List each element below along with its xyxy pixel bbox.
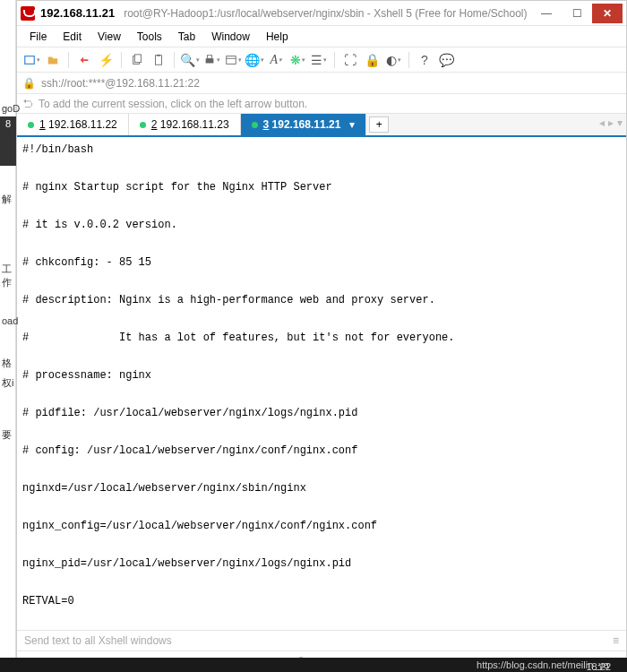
terminal-view[interactable]: #!/bin/bash # nginx Startup script for t… bbox=[17, 137, 626, 630]
menu-window[interactable]: Window bbox=[204, 29, 257, 45]
address-text: ssh://root:****@192.168.11.21:22 bbox=[41, 77, 200, 90]
menu-help[interactable]: Help bbox=[259, 29, 296, 45]
tab-prev-button[interactable]: ◂ bbox=[599, 116, 605, 129]
status-dot-icon bbox=[28, 122, 34, 128]
menu-view[interactable]: View bbox=[90, 29, 128, 45]
bg-text: goD bbox=[2, 103, 20, 114]
bg-text: 解 bbox=[2, 193, 12, 206]
broadcast-placeholder: Send text to all Xshell windows bbox=[24, 634, 172, 647]
copy-button[interactable] bbox=[128, 51, 146, 69]
separator bbox=[174, 52, 175, 68]
separator bbox=[121, 52, 122, 68]
new-tab-button[interactable]: + bbox=[369, 116, 389, 133]
bg-text: 要 bbox=[2, 428, 12, 442]
bg-text: oad bbox=[2, 315, 18, 326]
status-dot-icon bbox=[140, 122, 146, 128]
svg-rect-5 bbox=[205, 58, 213, 63]
svg-rect-6 bbox=[207, 55, 211, 58]
session-tab-1[interactable]: 1 192.168.11.22 bbox=[17, 114, 129, 135]
encoding-button[interactable]: ☰ bbox=[310, 51, 328, 69]
session-tab-3[interactable]: 3 192.168.11.21 ▾ bbox=[241, 114, 367, 135]
status-dot-icon bbox=[252, 122, 258, 128]
bg-text: 格 bbox=[2, 357, 12, 370]
find-button[interactable]: 🔍 bbox=[181, 51, 199, 69]
taskbar-clock: 18:22 bbox=[586, 661, 611, 672]
hint-bar: ⮌ To add the current session, click on t… bbox=[17, 94, 626, 114]
svg-rect-4 bbox=[157, 54, 160, 56]
svg-rect-3 bbox=[156, 55, 162, 65]
lock-icon: 🔒 bbox=[22, 77, 36, 90]
print-button[interactable] bbox=[202, 51, 220, 69]
svg-rect-2 bbox=[134, 54, 141, 62]
bg-text: 工作 bbox=[2, 263, 15, 289]
lock-button[interactable]: 🔒 bbox=[363, 51, 381, 69]
session-tab-2[interactable]: 2 192.168.11.23 bbox=[129, 114, 241, 135]
broadcast-target-button[interactable]: ≡ bbox=[613, 634, 619, 647]
tab-next-button[interactable]: ▸ bbox=[608, 116, 614, 129]
reconnect-button[interactable] bbox=[75, 51, 93, 69]
title-path: root@RY-Hadoop1:/usr/local/webserver/ngi… bbox=[124, 7, 531, 20]
terminal-content: #!/bin/bash # nginx Startup script for t… bbox=[22, 143, 454, 630]
tab-list-button[interactable]: ▾ bbox=[617, 116, 623, 129]
maximize-button[interactable]: ☐ bbox=[562, 4, 592, 23]
title-bar: 192.168.11.21 root@RY-Hadoop1:/usr/local… bbox=[17, 1, 626, 26]
bg-fragment: 8 bbox=[0, 116, 16, 166]
background-window-edge: 8 goD 解 工作 oad 格 权i 要 bbox=[0, 0, 16, 672]
separator bbox=[408, 52, 409, 68]
hint-text: To add the current session, click on the… bbox=[39, 98, 307, 110]
chat-button[interactable]: 💬 bbox=[437, 51, 455, 69]
new-session-button[interactable] bbox=[22, 51, 40, 69]
xshell-icon bbox=[21, 6, 35, 21]
arrow-icon[interactable]: ⮌ bbox=[22, 98, 33, 110]
menu-edit[interactable]: Edit bbox=[56, 29, 89, 45]
xshell-window: 192.168.11.21 root@RY-Hadoop1:/usr/local… bbox=[16, 0, 627, 672]
svg-rect-7 bbox=[226, 56, 236, 64]
title-ip: 192.168.11.21 bbox=[40, 6, 115, 20]
menu-tools[interactable]: Tools bbox=[130, 29, 169, 45]
address-bar[interactable]: 🔒 ssh://root:****@192.168.11.21:22 bbox=[17, 73, 626, 94]
font-button[interactable]: A bbox=[267, 51, 285, 69]
tab-nav: ◂ ▸ ▾ bbox=[599, 116, 623, 129]
close-button[interactable]: ✕ bbox=[592, 4, 623, 23]
paste-button[interactable] bbox=[150, 51, 167, 69]
bg-text: 权i bbox=[2, 376, 13, 390]
toolbar: ⚡ 🔍 🌐 A ❋ ☰ ⛶ 🔒 ◐ ? 💬 bbox=[17, 47, 626, 73]
window-controls: — ☐ ✕ bbox=[531, 4, 623, 23]
fullscreen-button[interactable]: ⛶ bbox=[341, 51, 359, 69]
help-button[interactable]: ? bbox=[416, 51, 434, 69]
tab-dropdown-icon[interactable]: ▾ bbox=[349, 118, 355, 131]
properties-button[interactable] bbox=[224, 51, 242, 69]
menu-tab[interactable]: Tab bbox=[171, 29, 202, 45]
separator bbox=[334, 52, 335, 68]
color-button[interactable]: ❋ bbox=[288, 51, 306, 69]
session-tabs: 1 192.168.11.22 2 192.168.11.23 3 192.16… bbox=[17, 114, 626, 137]
minimize-button[interactable]: — bbox=[531, 4, 562, 23]
menu-bar: File Edit View Tools Tab Window Help bbox=[17, 26, 626, 47]
language-button[interactable]: 🌐 bbox=[245, 51, 263, 69]
broadcast-input[interactable]: Send text to all Xshell windows ≡ bbox=[17, 630, 626, 651]
menu-file[interactable]: File bbox=[22, 29, 54, 45]
svg-rect-0 bbox=[24, 56, 34, 64]
disconnect-button[interactable]: ⚡ bbox=[97, 51, 115, 69]
transparency-button[interactable]: ◐ bbox=[384, 51, 402, 69]
separator bbox=[68, 52, 69, 68]
open-button[interactable] bbox=[44, 51, 62, 69]
